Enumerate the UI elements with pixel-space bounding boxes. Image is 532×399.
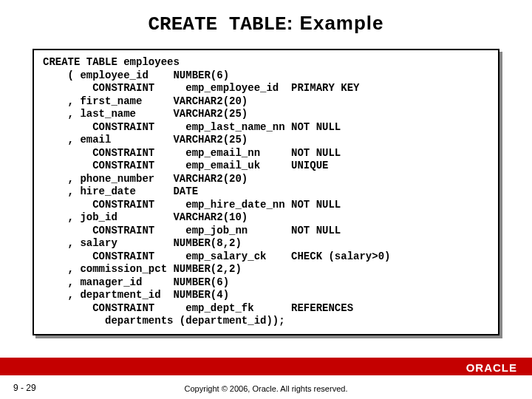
slide: CREATE TABLE: Example CREATE TABLE emplo… — [0, 0, 532, 399]
oracle-logo: ORACLE — [466, 361, 517, 374]
slide-title: CREATE TABLE: Example — [0, 0, 532, 35]
sql-code: CREATE TABLE employees ( employee_id NUM… — [43, 56, 491, 328]
code-box: CREATE TABLE employees ( employee_id NUM… — [33, 49, 499, 335]
title-keyword: CREATE TABLE — [148, 13, 286, 35]
copyright-text: Copyright © 2006, Oracle. All rights res… — [0, 384, 532, 393]
title-suffix: : Example — [287, 12, 384, 34]
footer-bar — [0, 358, 532, 375]
